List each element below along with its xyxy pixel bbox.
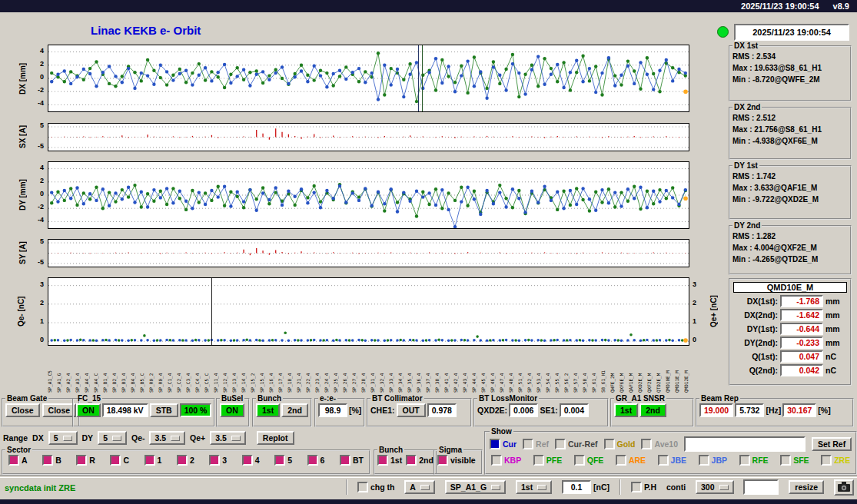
sigma-visible-checkbox[interactable] bbox=[437, 455, 448, 466]
show-ref-checkbox[interactable] bbox=[523, 439, 533, 449]
show-gold-checkbox[interactable] bbox=[604, 439, 615, 449]
sector-r-checkbox[interactable] bbox=[76, 455, 87, 466]
beam-gate-close-button-1[interactable]: Close bbox=[5, 403, 40, 417]
bpm-name-label: QMD10E_M bbox=[666, 348, 670, 393]
interval-select[interactable]: 300 bbox=[696, 480, 734, 494]
show-jbe-item: JBE bbox=[658, 455, 686, 466]
sx-axis-label: SX [A] bbox=[17, 123, 28, 151]
show-rfe-checkbox[interactable] bbox=[739, 455, 750, 466]
se1-value: 0.004 bbox=[560, 403, 589, 417]
show-cur-checkbox[interactable] bbox=[490, 439, 500, 449]
stat-min: Min : -8.720@QWFE_2M bbox=[732, 74, 848, 85]
dy-orbit-svg bbox=[48, 162, 689, 228]
bunch-order-select[interactable]: 1st bbox=[516, 480, 552, 494]
axis-tick-label: -4 bbox=[27, 216, 44, 224]
show-jbe-checkbox[interactable] bbox=[658, 455, 669, 466]
range-dx-select[interactable]: 5 bbox=[48, 431, 78, 445]
set-ref-button[interactable]: Set Ref bbox=[812, 437, 852, 451]
che1-label: CHE1: bbox=[370, 406, 395, 415]
show-qfe-checkbox[interactable] bbox=[574, 455, 585, 466]
show-jbe-label: JBE bbox=[671, 456, 686, 465]
bunch-2nd-button[interactable]: 2nd bbox=[281, 403, 308, 417]
bpm-name-label: SP_43_4 bbox=[463, 348, 467, 393]
bpm-name-label: SP_11_4 bbox=[214, 348, 218, 393]
sigma-title: Sigma bbox=[437, 446, 463, 454]
dy-orbit-plot[interactable] bbox=[48, 161, 689, 229]
bpm-name-label: SP_38_4 bbox=[435, 348, 440, 393]
bpm-name-label: SP_18_4 bbox=[287, 348, 292, 393]
sector-4-item: 4 bbox=[242, 455, 260, 466]
show-cur-ref-checkbox[interactable] bbox=[555, 439, 566, 449]
sector-3-checkbox[interactable] bbox=[209, 455, 220, 466]
replot-button[interactable]: Replot bbox=[257, 431, 294, 445]
sector-select[interactable]: A bbox=[404, 480, 435, 494]
range-qem-select[interactable]: 3.5 bbox=[149, 431, 185, 445]
sector-6-checkbox[interactable] bbox=[307, 455, 318, 466]
bpm-name-label: SP_14_4 bbox=[241, 348, 246, 393]
device-select[interactable]: SP_A1_G bbox=[445, 480, 506, 494]
axis-tick-label: -4 bbox=[27, 99, 44, 107]
bpm-name-label: SP_41_4 bbox=[444, 348, 449, 393]
busel-on-button[interactable]: ON bbox=[220, 403, 244, 417]
dropdown-indicator-icon bbox=[231, 436, 241, 441]
gr-1st-button[interactable]: 1st bbox=[614, 403, 638, 417]
show-qfe-item: QFE bbox=[574, 455, 604, 466]
bunch-2nd-checkbox[interactable] bbox=[406, 455, 417, 466]
sector-4-label: 4 bbox=[255, 456, 260, 465]
sigma-group: Sigma visible bbox=[433, 446, 483, 475]
resize-button[interactable]: resize bbox=[789, 480, 824, 494]
range-dy-value: 5 bbox=[103, 433, 108, 443]
sector-b-checkbox[interactable] bbox=[42, 455, 53, 466]
bunch-charge-svg bbox=[48, 278, 689, 345]
beam-gate-title: Beam Gate bbox=[5, 394, 48, 403]
show-are-checkbox[interactable] bbox=[616, 455, 626, 466]
qxd2e-value: 0.006 bbox=[509, 403, 538, 417]
show-ave10-checkbox[interactable] bbox=[641, 439, 652, 449]
bunch-1st-button[interactable]: 1st bbox=[256, 403, 280, 417]
show-jbp-checkbox[interactable] bbox=[699, 455, 709, 466]
sector-bt-checkbox[interactable] bbox=[340, 455, 350, 466]
charge-plot[interactable] bbox=[48, 277, 689, 346]
axis-tick-label: 2 bbox=[27, 299, 44, 307]
monitor-unit: mm bbox=[825, 297, 840, 306]
gr-2nd-button[interactable]: 2nd bbox=[639, 403, 666, 417]
bpm-name-label: SP_48_4 bbox=[509, 348, 513, 393]
ph-checkbox[interactable] bbox=[631, 482, 642, 492]
bunch-1st-checkbox[interactable] bbox=[377, 455, 388, 466]
sector-2-checkbox[interactable] bbox=[177, 455, 188, 466]
sector-4-checkbox[interactable] bbox=[242, 455, 253, 466]
sector-1-checkbox[interactable] bbox=[144, 455, 155, 466]
stat-rms: RMS : 2.534 bbox=[732, 51, 848, 62]
sector-a-checkbox[interactable] bbox=[8, 455, 19, 466]
show-pfe-checkbox[interactable] bbox=[533, 455, 544, 466]
ref-file-input[interactable] bbox=[684, 436, 806, 452]
range-qep-select[interactable]: 3.5 bbox=[210, 431, 246, 445]
bpm-name-label: QTD2E_M bbox=[656, 348, 661, 393]
show-kbp-checkbox[interactable] bbox=[491, 455, 502, 466]
monitor-unit: nC bbox=[825, 366, 836, 375]
chg-th-checkbox[interactable] bbox=[357, 482, 368, 492]
sector-5-checkbox[interactable] bbox=[274, 455, 285, 466]
monitor-row: DX(1st): -1.768 mm bbox=[732, 295, 849, 307]
sector-b-item: B bbox=[42, 455, 61, 466]
beam-rep-value-3: 30.167 bbox=[782, 403, 816, 417]
monitor-unit: mm bbox=[825, 338, 840, 347]
bunch-1st-label: 1st bbox=[390, 456, 402, 465]
sx-steering-plot[interactable] bbox=[48, 123, 689, 151]
beam-gate-close-button-2[interactable]: Close bbox=[42, 403, 77, 417]
show-sfe-checkbox[interactable] bbox=[780, 455, 791, 466]
range-dy-select[interactable]: 5 bbox=[98, 431, 127, 445]
sector-c-checkbox[interactable] bbox=[110, 455, 121, 466]
che1-out-button[interactable]: OUT bbox=[397, 403, 426, 417]
sector-a-item: A bbox=[8, 455, 28, 466]
screenshot-button[interactable] bbox=[834, 479, 854, 496]
fc15-stb-button[interactable]: STB bbox=[150, 403, 178, 417]
sector-a-label: A bbox=[22, 456, 28, 465]
extra-input[interactable] bbox=[743, 479, 779, 495]
sy-steering-plot[interactable] bbox=[48, 239, 689, 267]
show-zre-checkbox[interactable] bbox=[821, 455, 832, 466]
fc15-on-button[interactable]: ON bbox=[76, 403, 101, 417]
monitor-row: Q(1st): 0.047 nC bbox=[732, 350, 849, 363]
dx-orbit-svg bbox=[48, 45, 689, 111]
dx-orbit-plot[interactable] bbox=[48, 45, 689, 112]
